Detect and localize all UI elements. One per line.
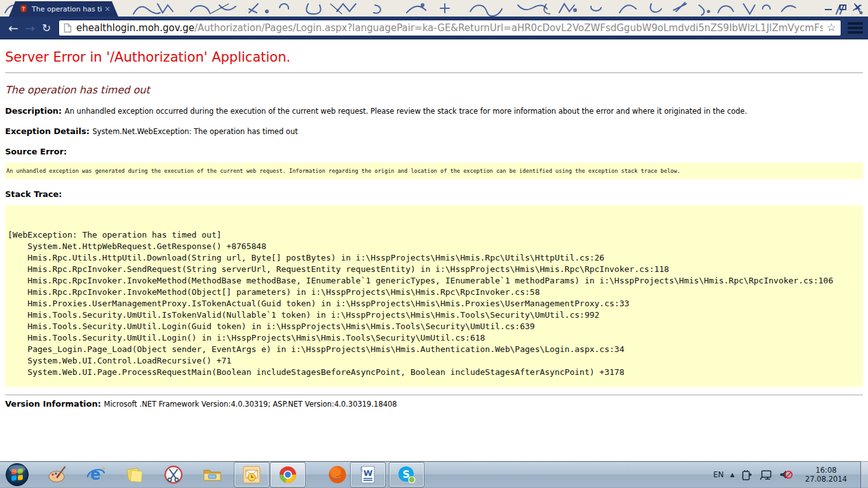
url-text: ehealthlogin.moh.gov.ge/Authorization/Pa… bbox=[76, 22, 823, 34]
tab-strip: × The operation has timed o × bbox=[0, 0, 868, 17]
bookmark-star-icon[interactable]: ☆ bbox=[827, 22, 836, 33]
taskbar: e bbox=[0, 461, 868, 488]
restore-button[interactable] bbox=[839, 4, 846, 10]
firefox-icon bbox=[327, 464, 348, 485]
desktop-screen: × The operation has timed o × ← → ↻ ehea… bbox=[0, 0, 868, 488]
taskbar-item-skype[interactable]: S bbox=[390, 463, 424, 487]
version-text: Microsoft .NET Framework Version:4.0.303… bbox=[104, 400, 397, 409]
description-label: Description: bbox=[5, 106, 65, 116]
taskbar-item-word[interactable]: W bbox=[351, 463, 385, 487]
stack-trace-box: [WebException: The operation has timed o… bbox=[5, 205, 863, 387]
tab-title: The operation has timed o bbox=[32, 5, 102, 13]
taskbar-item-firefox[interactable] bbox=[325, 464, 350, 485]
error-subtitle: The operation has timed out bbox=[5, 84, 863, 96]
version-row: Version Information: Microsoft .NET Fram… bbox=[5, 399, 863, 409]
svg-text:e: e bbox=[90, 466, 100, 484]
description-text: An unhandled exception occurred during t… bbox=[65, 107, 747, 116]
taskbar-item-chrome[interactable] bbox=[271, 463, 305, 487]
divider bbox=[5, 395, 863, 395]
browser-toolbar: ← → ↻ ehealthlogin.moh.gov.ge/Authorizat… bbox=[0, 17, 868, 39]
taskbar-item-outlook[interactable] bbox=[234, 463, 269, 487]
reload-button[interactable]: ↻ bbox=[38, 20, 55, 36]
paint-icon bbox=[48, 465, 67, 484]
taskbar-clock[interactable]: 16:08 27.08.2014 bbox=[799, 466, 853, 484]
language-indicator[interactable]: EN bbox=[714, 470, 724, 479]
word-icon: W bbox=[359, 465, 377, 484]
window-controls: × bbox=[825, 2, 862, 12]
page-icon bbox=[64, 23, 72, 33]
browser-tab[interactable]: The operation has timed o × bbox=[9, 1, 118, 17]
start-button[interactable] bbox=[3, 461, 31, 488]
forward-button[interactable]: → bbox=[22, 20, 38, 36]
source-error-label: Source Error: bbox=[5, 147, 67, 156]
exception-label: Exception Details: bbox=[5, 126, 92, 136]
theme-artwork bbox=[0, 0, 868, 17]
sticky-notes-icon bbox=[125, 465, 144, 484]
chrome-menu-button[interactable] bbox=[848, 22, 863, 34]
window-close-button[interactable]: × bbox=[854, 3, 862, 11]
show-hidden-icons-button[interactable]: ▲ bbox=[730, 471, 735, 478]
taskbar-item-internet-explorer[interactable]: e bbox=[83, 465, 109, 484]
taskbar-item-sticky-notes[interactable] bbox=[122, 465, 147, 484]
stack-trace-text: [WebException: The operation has timed o… bbox=[8, 207, 860, 378]
chrome-icon bbox=[278, 465, 297, 484]
tab-close-icon[interactable]: × bbox=[104, 5, 111, 13]
outlook-icon bbox=[242, 465, 261, 484]
snipping-tool-icon bbox=[163, 464, 184, 485]
windows-orb-icon bbox=[5, 463, 29, 487]
url-domain: ehealthlogin.moh.gov.ge bbox=[76, 22, 194, 34]
folder-icon bbox=[202, 466, 222, 484]
taskbar-item-snipping-tool[interactable] bbox=[161, 464, 186, 485]
clock-date: 27.08.2014 bbox=[799, 475, 853, 484]
back-button[interactable]: ← bbox=[5, 20, 22, 36]
site-favicon-icon bbox=[19, 4, 28, 13]
network-icon[interactable] bbox=[759, 469, 773, 481]
source-error-row: Source Error: bbox=[5, 147, 863, 157]
description-row: Description: An unhandled exception occu… bbox=[5, 106, 863, 116]
system-tray: EN ▲ 16:08 27.08.2014 bbox=[714, 461, 868, 488]
taskbar-item-windows-explorer[interactable] bbox=[200, 466, 225, 484]
url-path: /Authorization/Pages/Login.aspx?language… bbox=[194, 22, 823, 34]
taskbar-item-paint[interactable] bbox=[44, 465, 70, 484]
error-page: Server Error in '/Authorization' Applica… bbox=[0, 40, 868, 461]
stack-trace-row: Stack Trace: bbox=[5, 189, 863, 200]
skype-icon: S bbox=[397, 465, 416, 484]
source-error-text: An unhandled exception was generated dur… bbox=[6, 168, 681, 174]
clock-time: 16:08 bbox=[799, 466, 853, 475]
exception-row: Exception Details: System.Net.WebExcepti… bbox=[5, 126, 863, 137]
url-bar[interactable]: ehealthlogin.moh.gov.ge/Authorization/Pa… bbox=[58, 20, 841, 36]
source-error-box: An unhandled exception was generated dur… bbox=[5, 163, 863, 179]
minimize-button[interactable] bbox=[825, 4, 832, 10]
page-title: Server Error in '/Authorization' Applica… bbox=[5, 50, 863, 65]
version-label: Version Information: bbox=[5, 399, 104, 409]
safely-remove-hardware-icon[interactable] bbox=[741, 469, 753, 481]
svg-text:W: W bbox=[363, 468, 372, 478]
divider bbox=[5, 72, 863, 73]
volume-muted-icon[interactable] bbox=[779, 469, 793, 481]
stack-trace-label: Stack Trace: bbox=[5, 189, 62, 199]
internet-explorer-icon: e bbox=[86, 465, 106, 484]
exception-text: System.Net.WebException: The operation h… bbox=[92, 127, 297, 136]
show-desktop-button[interactable] bbox=[860, 461, 868, 488]
